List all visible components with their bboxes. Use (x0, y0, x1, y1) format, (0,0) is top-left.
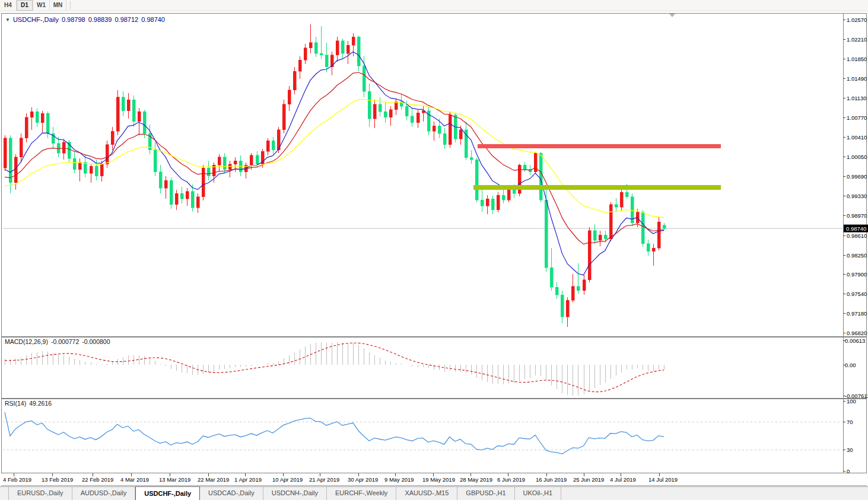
svg-text:0.98970: 0.98970 (847, 212, 867, 219)
svg-text:1.00770: 1.00770 (847, 114, 867, 121)
svg-text:0.99690: 0.99690 (847, 173, 867, 180)
svg-text:1.02210: 1.02210 (847, 36, 867, 43)
svg-text:1.01490: 1.01490 (847, 75, 867, 82)
panel-frames (1, 13, 867, 486)
svg-text:22 Mar 2019: 22 Mar 2019 (198, 476, 229, 483)
svg-text:14 Jul 2019: 14 Jul 2019 (648, 476, 678, 483)
svg-text:16 Jun 2019: 16 Jun 2019 (536, 476, 567, 483)
svg-text:0.00613: 0.00613 (845, 337, 865, 344)
svg-text:25 Jun 2019: 25 Jun 2019 (573, 476, 604, 483)
svg-text:1.00410: 1.00410 (847, 134, 867, 141)
chart-tab-ukoil-h1[interactable]: UKOil-,H1 (515, 487, 562, 500)
chart-title: ▼USDCHF-,Daily0.987980.988390.987120.987… (5, 16, 165, 23)
rsi-levels (3, 422, 843, 450)
svg-text:1 Apr 2019: 1 Apr 2019 (234, 476, 262, 483)
chart-tab-usdcad-daily[interactable]: USDCAD-,Daily (200, 487, 263, 500)
current-price-tag: 0.98740 (844, 225, 868, 233)
close-value: 0.98740 (141, 16, 165, 23)
chart-tab-usdchf-daily[interactable]: USDCHF-,Daily (135, 486, 200, 500)
svg-text:0.99330: 0.99330 (847, 193, 867, 199)
candles-layer[interactable] (4, 24, 666, 326)
chart-tab-bar: EURUSD-,DailyAUDUSD-,DailyUSDCHF-,DailyU… (0, 486, 868, 500)
rsi-line (5, 412, 664, 454)
chart-canvas[interactable]: 1.025701.022101.018501.014901.011301.007… (0, 0, 868, 500)
rsi-value: 49.2616 (29, 400, 52, 407)
tab-bar-spacer (0, 487, 9, 500)
svg-text:0.96820: 0.96820 (847, 330, 867, 336)
svg-text:4 Jul 2019: 4 Jul 2019 (610, 476, 636, 483)
macd-name: MACD(12,26,9) (5, 338, 48, 345)
low-value: 0.98712 (115, 16, 138, 23)
svg-text:13 Feb 2019: 13 Feb 2019 (42, 476, 73, 483)
svg-text:0.97540: 0.97540 (847, 291, 867, 297)
svg-text:0.98740: 0.98740 (846, 225, 866, 232)
svg-text:30: 30 (847, 447, 853, 453)
svg-text:1.00050: 1.00050 (847, 154, 867, 160)
macd-signal-value: -0.000800 (82, 338, 110, 345)
symbol-period-label: USDCHF-,Daily (13, 16, 59, 23)
svg-text:13 Mar 2019: 13 Mar 2019 (159, 476, 190, 483)
moving-average-lines (5, 52, 664, 275)
macd-histogram (5, 342, 664, 396)
time-scale[interactable]: 4 Feb 201913 Feb 201922 Feb 20194 Mar 20… (3, 473, 678, 483)
price-scale[interactable]: 1.025701.022101.018501.014901.011301.007… (843, 17, 867, 337)
macd-main-value: -0.000772 (51, 338, 79, 345)
svg-text:0.98610: 0.98610 (847, 233, 867, 239)
svg-text:1.01850: 1.01850 (847, 56, 867, 62)
svg-text:28 May 2019: 28 May 2019 (460, 476, 492, 483)
rsi-scale[interactable]: 10070300 (843, 398, 856, 474)
svg-text:21 Apr 2019: 21 Apr 2019 (309, 476, 339, 483)
chart-tab-gbpusd-h1[interactable]: GBPUSD-,H1 (457, 487, 514, 500)
expand-indicators-icon[interactable]: ▼ (5, 17, 10, 23)
svg-text:22 Feb 2019: 22 Feb 2019 (82, 476, 113, 483)
svg-text:10 Apr 2019: 10 Apr 2019 (272, 476, 303, 483)
rsi-indicator-label: RSI(14)49.2616 (5, 400, 52, 407)
svg-text:30 Apr 2019: 30 Apr 2019 (348, 476, 378, 483)
chart-tab-usdcnh-daily[interactable]: USDCNH-,Daily (263, 487, 327, 500)
svg-text:0.00: 0.00 (845, 362, 856, 368)
rsi-pane-border (2, 399, 867, 473)
high-value: 0.98839 (88, 16, 112, 23)
svg-text:0.97180: 0.97180 (847, 310, 867, 317)
price-pane-border (2, 14, 867, 337)
svg-text:0: 0 (847, 468, 850, 474)
svg-text:1.02570: 1.02570 (847, 17, 867, 23)
chart-tab-eurchf-weekly[interactable]: EURCHF-,Weekly (327, 487, 396, 500)
macd-scale[interactable]: 0.006130.00-0.007612 (843, 337, 868, 400)
svg-text:100: 100 (847, 398, 856, 405)
scroll-to-end-marker[interactable] (669, 14, 675, 17)
svg-text:9 May 2019: 9 May 2019 (384, 476, 414, 483)
rsi-name: RSI(14) (5, 400, 26, 407)
svg-text:4 Feb 2019: 4 Feb 2019 (3, 476, 31, 483)
svg-text:4 Mar 2019: 4 Mar 2019 (120, 476, 149, 483)
macd-indicator-label: MACD(12,26,9)-0.000772-0.000800 (5, 338, 110, 345)
svg-text:19 May 2019: 19 May 2019 (422, 476, 455, 483)
open-value: 0.98798 (62, 16, 85, 23)
svg-text:6 Jun 2019: 6 Jun 2019 (497, 476, 525, 483)
chart-tab-eurusd-daily[interactable]: EURUSD-,Daily (9, 487, 72, 500)
chart-tab-xauusd-m15[interactable]: XAUUSD-,M15 (396, 487, 457, 500)
svg-text:70: 70 (847, 419, 853, 425)
svg-text:0.98250: 0.98250 (847, 252, 867, 259)
macd-signal-line (5, 343, 664, 391)
chart-tab-audusd-daily[interactable]: AUDUSD-,Daily (72, 487, 136, 500)
ma-line-17 (5, 72, 664, 244)
svg-text:0.97900: 0.97900 (847, 271, 867, 278)
svg-text:1.01130: 1.01130 (847, 95, 867, 101)
